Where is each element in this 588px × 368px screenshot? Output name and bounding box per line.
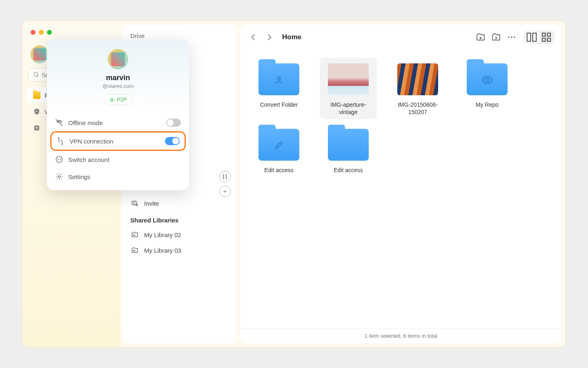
menu-label: Settings <box>68 173 90 180</box>
file-name: My Repo <box>476 101 499 108</box>
offline-toggle[interactable] <box>166 119 181 127</box>
library-name: My Library 03 <box>144 247 181 254</box>
switch-icon <box>55 155 63 164</box>
popup-menu: Offline mode VPN connection Switch accou… <box>47 112 189 190</box>
file-item[interactable]: IMG-20150606-150207 <box>389 58 446 119</box>
svg-point-3 <box>58 138 59 139</box>
forward-button[interactable] <box>264 32 275 43</box>
switch-account-row[interactable]: Switch account <box>50 151 186 168</box>
file-grid: Convert Folder IMG-aperture-vintage IMG-… <box>241 49 561 328</box>
new-folder-button[interactable] <box>476 32 486 42</box>
gear-icon <box>55 173 63 181</box>
folder-icon <box>33 92 40 99</box>
file-name: Edit access <box>264 166 294 174</box>
library-row[interactable]: My Library 02 <box>122 227 236 242</box>
library-name: My Library 02 <box>144 231 181 238</box>
file-item[interactable]: Convert Folder <box>250 58 307 119</box>
vpn-connection-row[interactable]: VPN connection <box>50 131 186 151</box>
vpn-icon <box>56 137 65 145</box>
menu-label: Offline mode <box>68 119 103 126</box>
svg-rect-24 <box>542 38 546 42</box>
file-browser: Home Convert Folder IMG-aperture-vintage <box>241 25 561 343</box>
move-folder-button[interactable] <box>491 32 501 42</box>
file-item[interactable]: Edit access <box>250 123 307 177</box>
account-popup: marvin @olares.com ● P2P Offline mode VP… <box>47 39 189 190</box>
svg-line-1 <box>37 76 38 77</box>
svg-rect-25 <box>548 38 551 42</box>
svg-point-13 <box>134 235 134 236</box>
svg-point-18 <box>511 36 512 38</box>
grid-view-button[interactable] <box>539 31 554 43</box>
shared-libraries-header: Shared Libraries <box>122 211 236 227</box>
search-icon <box>33 71 39 79</box>
svg-point-26 <box>278 77 281 80</box>
avatar[interactable] <box>31 45 49 63</box>
traffic-lights <box>31 30 52 35</box>
invite-label: Invite <box>144 200 159 207</box>
svg-point-0 <box>34 72 38 76</box>
svg-rect-23 <box>548 33 551 36</box>
svg-point-12 <box>136 204 138 206</box>
eye-icon <box>481 74 493 88</box>
back-button[interactable] <box>248 32 258 43</box>
user-domain: @olares.com <box>55 83 181 89</box>
add-button[interactable]: ＋ <box>219 186 231 197</box>
file-name: IMG-aperture-vintage <box>323 101 374 116</box>
svg-point-5 <box>56 157 62 163</box>
library-row[interactable]: My Library 03 <box>122 242 236 258</box>
close-window-button[interactable] <box>31 30 36 35</box>
svg-point-19 <box>514 36 515 38</box>
view-toggle <box>524 31 554 44</box>
status-bar: 1 item selected, 6 items in total <box>241 328 561 343</box>
username: marvin <box>55 74 181 82</box>
file-name: IMG-20150606-150207 <box>392 101 443 116</box>
svg-point-4 <box>62 144 62 145</box>
pause-button[interactable] <box>219 171 231 182</box>
vpn-toggle[interactable] <box>165 137 180 145</box>
upload-icon <box>33 124 40 132</box>
invite-icon <box>130 200 139 207</box>
file-item[interactable]: My Repo <box>459 58 516 119</box>
svg-rect-22 <box>542 33 546 36</box>
badge-label: P2P <box>117 96 127 103</box>
menu-label: VPN connection <box>69 138 114 145</box>
offline-mode-row[interactable]: Offline mode <box>50 114 186 131</box>
invite-row[interactable]: Invite <box>122 195 236 211</box>
app-window: Sea F V marvin @olares.com ● P2P <box>22 20 566 348</box>
image-thumbnail <box>397 63 438 95</box>
avatar-large <box>108 49 128 70</box>
svg-rect-9 <box>132 201 136 205</box>
connection-badge: ● P2P <box>104 94 132 105</box>
file-name: Edit access <box>334 166 363 174</box>
pencil-icon <box>274 140 284 152</box>
offline-icon <box>55 119 63 127</box>
svg-point-14 <box>134 250 134 251</box>
svg-rect-21 <box>533 33 537 41</box>
shield-icon <box>33 108 40 115</box>
image-thumbnail <box>328 63 369 95</box>
svg-point-17 <box>508 36 510 38</box>
breadcrumb: Home <box>282 33 301 41</box>
svg-point-27 <box>486 79 489 82</box>
toolbar: Home <box>241 25 561 49</box>
svg-rect-20 <box>527 33 531 41</box>
maximize-window-button[interactable] <box>47 30 52 35</box>
person-icon <box>273 74 285 87</box>
file-name: Convert Folder <box>260 101 298 108</box>
svg-point-6 <box>58 176 60 178</box>
popup-header: marvin @olares.com ● P2P <box>47 39 189 112</box>
minimize-window-button[interactable] <box>39 30 44 35</box>
library-icon <box>130 247 139 254</box>
library-icon <box>130 231 139 238</box>
globe-icon: ● <box>109 97 115 103</box>
file-item[interactable]: IMG-aperture-vintage <box>320 58 377 119</box>
settings-row[interactable]: Settings <box>50 168 186 185</box>
sidebar: Sea F V marvin @olares.com ● P2P <box>22 21 120 347</box>
list-view-button[interactable] <box>524 31 539 43</box>
more-button[interactable] <box>507 32 517 42</box>
menu-label: Switch account <box>68 156 109 163</box>
file-item[interactable]: Edit access <box>320 123 377 177</box>
